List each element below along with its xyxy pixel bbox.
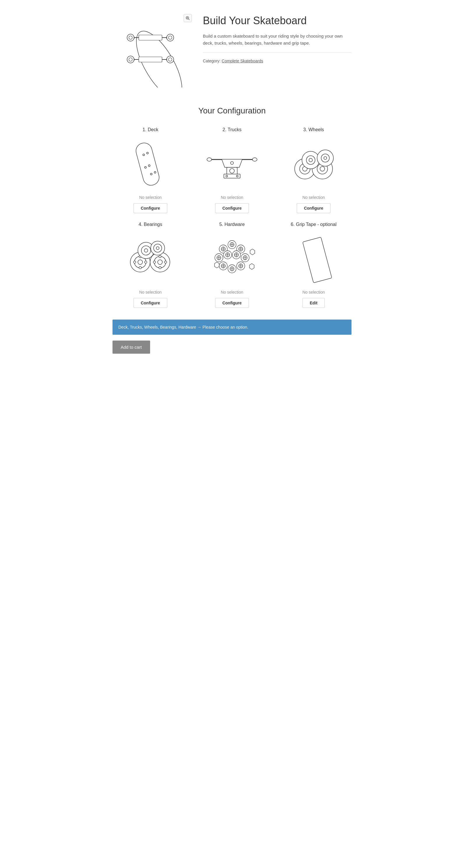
svg-rect-10: [139, 57, 162, 62]
svg-point-57: [144, 261, 147, 263]
header-section: Build Your Skateboard Build a custom ska…: [112, 12, 352, 89]
svg-point-56: [133, 261, 136, 263]
svg-rect-114: [302, 237, 332, 283]
category-link[interactable]: Complete Skateboards: [222, 59, 263, 63]
deck-image: [124, 138, 177, 191]
svg-point-64: [164, 261, 167, 263]
wheels-title: 3. Wheels: [303, 127, 324, 132]
svg-point-34: [230, 168, 234, 173]
product-description: Build a custom skateboard to suit your r…: [203, 33, 352, 53]
zoom-icon[interactable]: [184, 14, 192, 22]
config-item-wheels: 3. Wheels: [276, 127, 352, 213]
trucks-image: [206, 138, 258, 191]
wheels-status: No selection: [302, 195, 325, 200]
svg-point-16: [129, 36, 132, 39]
svg-point-4: [128, 25, 188, 88]
alert-message: Deck, Trucks, Wheels, Bearings, Hardware…: [118, 325, 248, 330]
svg-point-50: [324, 157, 327, 159]
svg-marker-113: [250, 264, 254, 270]
svg-point-22: [168, 58, 172, 61]
wheels-configure-button[interactable]: Configure: [297, 203, 331, 213]
bearings-image: [124, 233, 177, 285]
grip-tape-image: [287, 233, 340, 285]
svg-point-67: [144, 249, 148, 252]
alert-bar: Deck, Trucks, Wheels, Bearings, Hardware…: [112, 319, 352, 335]
svg-point-62: [159, 267, 161, 269]
bearings-status: No selection: [139, 290, 162, 294]
config-item-hardware: 5. Hardware: [194, 222, 270, 308]
grip-tape-edit-button[interactable]: Edit: [302, 298, 325, 308]
trucks-title: 2. Trucks: [223, 127, 242, 132]
config-item-trucks: 2. Trucks: [194, 127, 270, 213]
svg-point-60: [158, 260, 162, 265]
category-label: Category:: [203, 59, 221, 63]
deck-title: 1. Deck: [142, 127, 158, 132]
trucks-configure-button[interactable]: Configure: [215, 203, 249, 213]
svg-rect-23: [134, 141, 161, 187]
svg-point-47: [309, 158, 312, 162]
product-image-container: [112, 12, 194, 89]
svg-rect-35: [224, 174, 240, 178]
svg-marker-112: [214, 262, 219, 268]
config-item-bearings: 4. Bearings: [112, 222, 188, 308]
svg-marker-111: [250, 249, 255, 255]
svg-point-63: [153, 261, 156, 263]
hardware-configure-button[interactable]: Configure: [215, 298, 249, 308]
bearings-configure-button[interactable]: Configure: [133, 298, 167, 308]
product-title: Build Your Skateboard: [203, 14, 352, 27]
trucks-status: No selection: [221, 195, 243, 200]
configuration-section: Your Configuration 1. Deck: [112, 106, 352, 354]
svg-line-1: [189, 19, 190, 20]
svg-point-18: [168, 36, 172, 39]
config-grid: 1. Deck No selection Configure: [112, 127, 352, 308]
bearings-title: 4. Bearings: [139, 222, 162, 227]
config-section-title: Your Configuration: [112, 106, 352, 116]
config-item-grip-tape: 6. Grip Tape - optional No selection Edi…: [276, 222, 352, 308]
svg-point-53: [138, 260, 142, 265]
deck-status: No selection: [139, 195, 162, 200]
hardware-title: 5. Hardware: [219, 222, 244, 227]
hardware-status: No selection: [221, 290, 243, 294]
svg-point-20: [129, 58, 132, 61]
svg-rect-5: [139, 35, 162, 40]
svg-point-44: [320, 166, 325, 171]
wheels-image: [287, 138, 340, 191]
add-to-cart-button[interactable]: Add to cart: [112, 341, 150, 354]
product-info: Build Your Skateboard Build a custom ska…: [203, 12, 352, 63]
svg-point-32: [253, 158, 257, 161]
product-image: [112, 12, 188, 88]
grip-tape-title: 6. Grip Tape - optional: [291, 222, 336, 227]
grip-tape-status: No selection: [302, 290, 325, 294]
hardware-image: [206, 233, 258, 285]
svg-point-38: [231, 161, 233, 164]
svg-point-55: [139, 267, 141, 269]
svg-point-31: [207, 158, 211, 161]
svg-point-61: [159, 255, 161, 258]
config-item-deck: 1. Deck No selection Configure: [112, 127, 188, 213]
product-category: Category: Complete Skateboards: [203, 59, 352, 63]
svg-point-70: [156, 247, 159, 250]
deck-configure-button[interactable]: Configure: [133, 203, 167, 213]
